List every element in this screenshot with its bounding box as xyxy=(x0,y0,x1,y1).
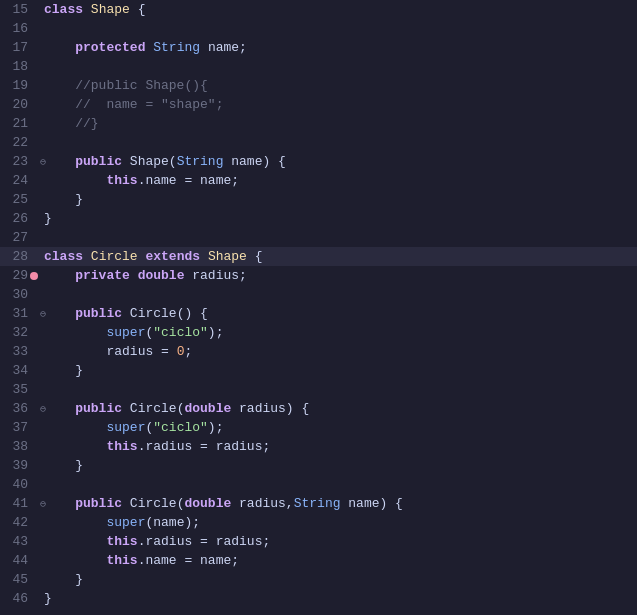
line-content-41: public Circle(double radius,String name)… xyxy=(36,494,637,513)
line-39: 39 } xyxy=(0,456,637,475)
line-16: 16 xyxy=(0,19,637,38)
line-number-20: 20 xyxy=(0,95,36,114)
line-20: 20 // name = "shape"; xyxy=(0,95,637,114)
line-content-15: class Shape { xyxy=(36,0,637,19)
line-number-46: 46 xyxy=(0,589,36,608)
code-editor: 15 class Shape { 16 17 protected String … xyxy=(0,0,637,615)
line-content-39: } xyxy=(36,456,637,475)
line-content-45: } xyxy=(36,570,637,589)
line-number-29: 29 xyxy=(0,266,36,285)
line-number-18: 18 xyxy=(0,57,36,76)
line-number-17: 17 xyxy=(0,38,36,57)
line-number-27: 27 xyxy=(0,228,36,247)
line-number-26: 26 xyxy=(0,209,36,228)
line-number-32: 32 xyxy=(0,323,36,342)
line-41: 41 public Circle(double radius,String na… xyxy=(0,494,637,513)
line-content-24: this.name = name; xyxy=(36,171,637,190)
line-34: 34 } xyxy=(0,361,637,380)
line-number-37: 37 xyxy=(0,418,36,437)
line-number-35: 35 xyxy=(0,380,36,399)
line-30: 30 xyxy=(0,285,637,304)
line-content-34: } xyxy=(36,361,637,380)
line-number-36: 36 xyxy=(0,399,36,418)
line-23: 23 public Shape(String name) { xyxy=(0,152,637,171)
line-number-30: 30 xyxy=(0,285,36,304)
line-27: 27 xyxy=(0,228,637,247)
line-45: 45 } xyxy=(0,570,637,589)
line-number-28: 28 xyxy=(0,247,36,266)
line-number-34: 34 xyxy=(0,361,36,380)
line-content-28: class Circle extends Shape { xyxy=(36,247,637,266)
line-number-42: 42 xyxy=(0,513,36,532)
line-25: 25 } xyxy=(0,190,637,209)
line-33: 33 radius = 0; xyxy=(0,342,637,361)
line-18: 18 xyxy=(0,57,637,76)
line-number-24: 24 xyxy=(0,171,36,190)
line-19: 19 //public Shape(){ xyxy=(0,76,637,95)
line-46: 46 } xyxy=(0,589,637,608)
line-35: 35 xyxy=(0,380,637,399)
line-number-22: 22 xyxy=(0,133,36,152)
line-43: 43 this.radius = radius; xyxy=(0,532,637,551)
line-37: 37 super("ciclo"); xyxy=(0,418,637,437)
line-28: 28 class Circle extends Shape { xyxy=(0,247,637,266)
line-number-31: 31 xyxy=(0,304,36,323)
line-40: 40 xyxy=(0,475,637,494)
line-content-38: this.radius = radius; xyxy=(36,437,637,456)
line-number-21: 21 xyxy=(0,114,36,133)
line-content-43: this.radius = radius; xyxy=(36,532,637,551)
line-content-31: public Circle() { xyxy=(36,304,637,323)
line-content-23: public Shape(String name) { xyxy=(36,152,637,171)
line-number-40: 40 xyxy=(0,475,36,494)
line-content-36: public Circle(double radius) { xyxy=(36,399,637,418)
line-17: 17 protected String name; xyxy=(0,38,637,57)
line-content-21: //} xyxy=(36,114,637,133)
line-content-20: // name = "shape"; xyxy=(36,95,637,114)
line-15: 15 class Shape { xyxy=(0,0,637,19)
line-number-43: 43 xyxy=(0,532,36,551)
line-content-19: //public Shape(){ xyxy=(36,76,637,95)
line-number-45: 45 xyxy=(0,570,36,589)
line-number-38: 38 xyxy=(0,437,36,456)
line-36: 36 public Circle(double radius) { xyxy=(0,399,637,418)
line-22: 22 xyxy=(0,133,637,152)
line-42: 42 super(name); xyxy=(0,513,637,532)
line-24: 24 this.name = name; xyxy=(0,171,637,190)
line-content-26: } xyxy=(36,209,637,228)
line-content-44: this.name = name; xyxy=(36,551,637,570)
line-32: 32 super("ciclo"); xyxy=(0,323,637,342)
line-content-17: protected String name; xyxy=(36,38,637,57)
code-area: 15 class Shape { 16 17 protected String … xyxy=(0,0,637,608)
line-21: 21 //} xyxy=(0,114,637,133)
line-number-16: 16 xyxy=(0,19,36,38)
line-number-15: 15 xyxy=(0,0,36,19)
line-number-44: 44 xyxy=(0,551,36,570)
line-content-42: super(name); xyxy=(36,513,637,532)
line-29: 29 private double radius; xyxy=(0,266,637,285)
line-content-46: } xyxy=(36,589,637,608)
line-number-41: 41 xyxy=(0,494,36,513)
line-number-25: 25 xyxy=(0,190,36,209)
line-number-33: 33 xyxy=(0,342,36,361)
line-number-19: 19 xyxy=(0,76,36,95)
line-number-39: 39 xyxy=(0,456,36,475)
line-26: 26 } xyxy=(0,209,637,228)
line-content-32: super("ciclo"); xyxy=(36,323,637,342)
line-content-37: super("ciclo"); xyxy=(36,418,637,437)
line-38: 38 this.radius = radius; xyxy=(0,437,637,456)
line-44: 44 this.name = name; xyxy=(0,551,637,570)
line-31: 31 public Circle() { xyxy=(0,304,637,323)
line-content-25: } xyxy=(36,190,637,209)
line-content-29: private double radius; xyxy=(36,266,637,285)
line-content-33: radius = 0; xyxy=(36,342,637,361)
line-number-23: 23 xyxy=(0,152,36,171)
